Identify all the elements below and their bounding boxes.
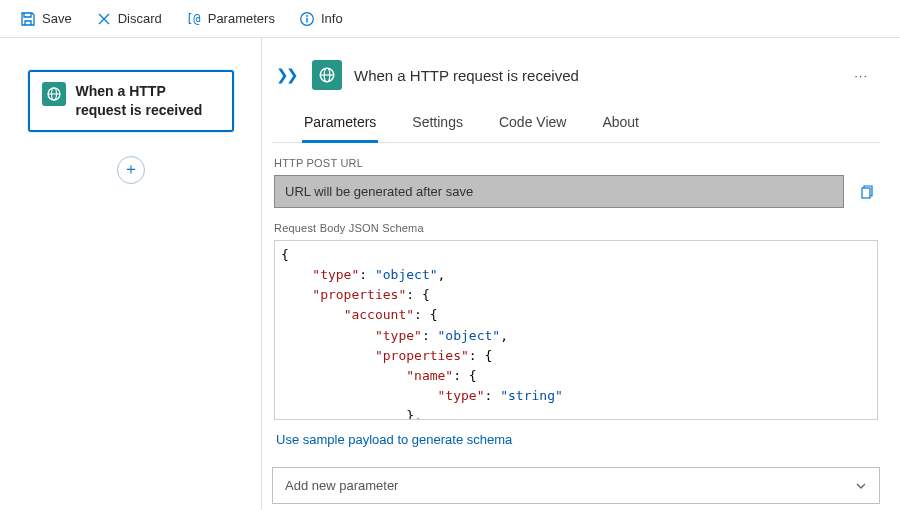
collapse-panel-button[interactable]: ❯❯ [272, 64, 300, 86]
schema-editor[interactable]: { "type": "object", "properties": { "acc… [274, 240, 878, 420]
add-new-parameter-dropdown[interactable]: Add new parameter [272, 467, 880, 504]
schema-label: Request Body JSON Schema [274, 222, 878, 234]
svg-point-2 [306, 15, 308, 17]
svg-rect-8 [862, 188, 870, 198]
tab-parameters[interactable]: Parameters [302, 108, 378, 143]
copy-url-button[interactable] [854, 180, 878, 204]
add-new-parameter-label: Add new parameter [285, 478, 398, 493]
plus-icon: ＋ [123, 159, 139, 180]
details-panel: ❯❯ When a HTTP request is received ··· P… [262, 38, 900, 510]
info-button[interactable]: Info [289, 5, 353, 33]
parameters-label: Parameters [208, 11, 275, 26]
add-step-button[interactable]: ＋ [117, 156, 145, 184]
parameters-button[interactable]: [@] Parameters [176, 5, 285, 33]
svg-text:[@]: [@] [186, 12, 202, 26]
use-sample-payload-link[interactable]: Use sample payload to generate schema [274, 420, 878, 447]
save-label: Save [42, 11, 72, 26]
http-post-url-section: HTTP POST URL URL will be generated afte… [272, 143, 880, 208]
info-icon [299, 11, 315, 27]
tab-about[interactable]: About [600, 108, 641, 143]
save-button[interactable]: Save [10, 5, 82, 33]
designer-canvas: When a HTTP request is received ＋ [0, 38, 262, 510]
top-toolbar: Save Discard [@] Parameters Info [0, 0, 900, 38]
schema-section: Request Body JSON Schema { "type": "obje… [272, 208, 880, 447]
http-request-icon [42, 82, 66, 106]
panel-title: When a HTTP request is received [354, 67, 836, 84]
panel-more-menu[interactable]: ··· [848, 68, 874, 83]
save-icon [20, 11, 36, 27]
discard-label: Discard [118, 11, 162, 26]
http-request-icon [312, 60, 342, 90]
trigger-node-title: When a HTTP request is received [76, 82, 220, 120]
tab-code-view[interactable]: Code View [497, 108, 568, 143]
main-area: When a HTTP request is received ＋ ❯❯ Whe… [0, 38, 900, 510]
discard-icon [96, 11, 112, 27]
discard-button[interactable]: Discard [86, 5, 172, 33]
svg-rect-3 [306, 18, 307, 23]
panel-header: ❯❯ When a HTTP request is received ··· [272, 38, 880, 100]
parameters-icon: [@] [186, 11, 202, 27]
tab-settings[interactable]: Settings [410, 108, 465, 143]
info-label: Info [321, 11, 343, 26]
trigger-node[interactable]: When a HTTP request is received [28, 70, 234, 132]
copy-icon [858, 184, 874, 200]
panel-tabs: Parameters Settings Code View About [272, 100, 880, 143]
http-post-url-field: URL will be generated after save [274, 175, 844, 208]
http-post-url-label: HTTP POST URL [274, 157, 878, 169]
chevron-down-icon [855, 480, 867, 492]
